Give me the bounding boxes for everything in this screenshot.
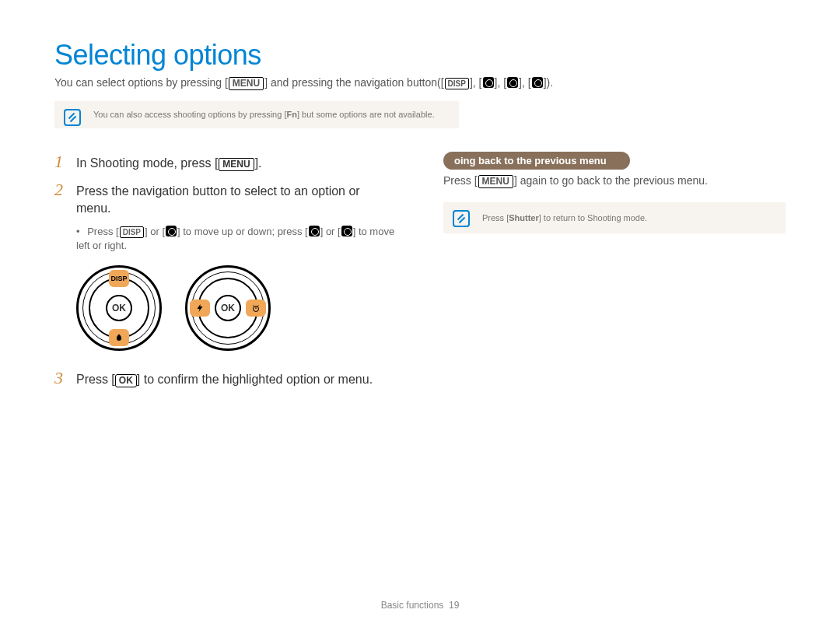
note-icon <box>64 109 81 126</box>
s2s-b: ] or [ <box>145 226 165 237</box>
dial-ok: OK <box>106 295 132 321</box>
step-2-sub: • Press [DISP] or [] to move up or down;… <box>76 225 397 253</box>
note-icon <box>453 210 470 227</box>
s2s-d: ] or [ <box>320 226 341 237</box>
menu-key-label: MENU <box>229 77 264 90</box>
step-2: 2 Press the navigation button to select … <box>54 180 397 216</box>
s2s-a: Press [ <box>87 226 118 237</box>
step-3: 3 Press [OK] to conﬁrm the highlighted o… <box>54 368 397 388</box>
dial-ok: OK <box>215 295 241 321</box>
note-shutter: Press [Shutter] to return to Shooting mo… <box>443 202 786 233</box>
ok-key-label: OK <box>115 374 137 387</box>
note1-a: You can also access shooting options by … <box>93 110 286 119</box>
step-number: 2 <box>54 180 65 216</box>
s3-b: ] to conﬁrm the highlighted option or me… <box>137 373 373 386</box>
menu-key-label: MENU <box>478 175 513 188</box>
step-3-text: Press [OK] to conﬁrm the highlighted opt… <box>76 368 373 388</box>
footer-page-number: 19 <box>449 600 459 611</box>
note-fn-options: You can also access shooting options by … <box>54 101 459 128</box>
intro-c: ], [ <box>470 76 482 89</box>
intro-b: ] and pressing the navigation button([ <box>264 76 443 89</box>
bullet: • <box>76 226 80 237</box>
right-text: Press [MENU] again to go back to the pre… <box>443 174 786 188</box>
s3-a: Press [ <box>76 373 115 386</box>
fn-key-label: Fn <box>286 110 296 119</box>
s2s-c: ] to move up or down; press [ <box>177 226 308 237</box>
dial-vertical: DISP OK <box>76 265 162 351</box>
timer-icon <box>532 77 543 88</box>
rn-b: ] to return to Shooting mode. <box>539 213 647 222</box>
dial-pad-disp: DISP <box>109 270 129 287</box>
flash-icon <box>309 226 320 236</box>
content-columns: 1 In Shooting mode, press [MENU]. 2 Pres… <box>54 152 786 396</box>
timer-icon <box>341 226 352 236</box>
intro-e: ], [ <box>519 76 531 89</box>
section-pill: oing back to the previous menu <box>443 152 630 170</box>
step-2-text: Press the navigation button to select to… <box>76 180 397 216</box>
page-title: Selecting options <box>54 39 786 72</box>
intro-a: You can select options by pressing [ <box>54 76 228 89</box>
disp-key-label: DISP <box>445 78 469 89</box>
dial-pad-flash <box>190 299 210 317</box>
dial-horizontal: OK <box>185 265 271 351</box>
disp-key-label: DISP <box>120 226 144 238</box>
menu-key-label: MENU <box>219 158 254 171</box>
step-1-text: In Shooting mode, press [MENU]. <box>76 152 262 172</box>
rn-a: Press [ <box>482 213 509 222</box>
intro-d: ], [ <box>495 76 507 89</box>
dial-pad-macro <box>109 329 129 346</box>
left-column: 1 In Shooting mode, press [MENU]. 2 Pres… <box>54 152 397 396</box>
dial-pad-timer <box>246 299 266 317</box>
macro-icon <box>483 77 494 88</box>
step-1: 1 In Shooting mode, press [MENU]. <box>54 152 397 172</box>
intro-f: ]). <box>544 76 553 89</box>
note1-b: ] but some options are not available. <box>297 110 435 119</box>
step-number: 1 <box>54 152 65 172</box>
shutter-key-label: Shutter <box>509 213 539 222</box>
r-a: Press [ <box>443 174 478 187</box>
intro-text: You can select options by pressing [MENU… <box>54 76 786 90</box>
macro-icon <box>166 226 177 236</box>
s1-b: ]. <box>255 156 262 170</box>
r-b: ] again to go back to the previous menu. <box>514 174 708 187</box>
dial-illustrations: DISP OK OK <box>76 265 397 351</box>
flash-icon <box>507 77 518 88</box>
step-number: 3 <box>54 368 65 388</box>
right-column: oing back to the previous menu Press [ME… <box>443 152 786 396</box>
page-footer: Basic functions 19 <box>0 600 840 611</box>
s1-a: In Shooting mode, press [ <box>76 156 218 170</box>
footer-section: Basic functions <box>381 600 444 611</box>
